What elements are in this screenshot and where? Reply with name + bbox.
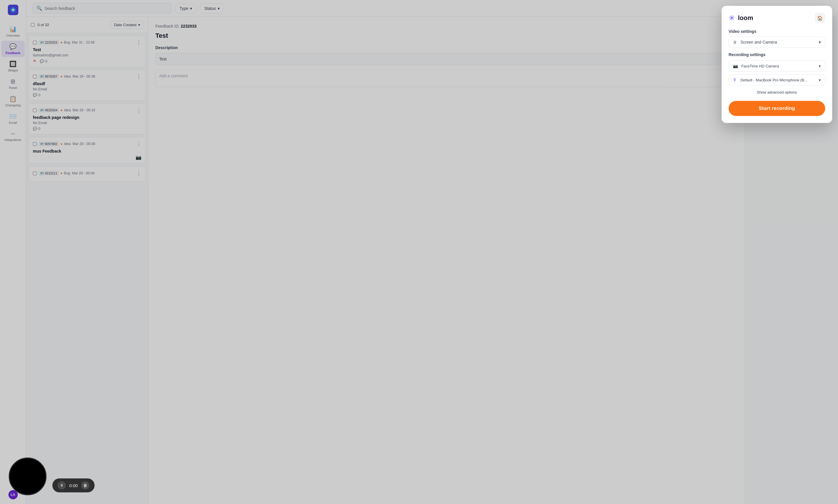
chevron-down-icon: ▾ bbox=[819, 40, 821, 44]
screen-camera-icon: 🖥 bbox=[733, 40, 737, 44]
loom-popup: ✳ loom 🏠 Video settings 🖥 Screen and Cam… bbox=[722, 6, 832, 123]
delete-recording-button[interactable]: 🗑 bbox=[81, 481, 89, 489]
trash-icon: 🗑 bbox=[83, 483, 87, 488]
screen-camera-label: Screen and Camera bbox=[740, 40, 777, 44]
microphone-option-label: Default - MacBook Pro Microphone (B... bbox=[740, 78, 807, 82]
advanced-options-link[interactable]: Show advanced options bbox=[729, 88, 825, 96]
loom-home-button[interactable]: 🏠 bbox=[815, 13, 825, 23]
video-settings-label: Video settings bbox=[729, 29, 825, 34]
camera-bubble bbox=[9, 457, 47, 495]
microphone-select[interactable]: 🎙 Default - MacBook Pro Microphone (B...… bbox=[729, 74, 825, 86]
loom-header: ✳ loom 🏠 bbox=[729, 13, 825, 23]
chevron-down-icon: ▾ bbox=[819, 78, 821, 82]
chevron-down-icon: ▾ bbox=[819, 64, 821, 68]
loom-logo-icon: ✳ bbox=[729, 14, 735, 23]
loom-logo-text: loom bbox=[738, 14, 753, 22]
loom-logo: ✳ loom bbox=[729, 14, 753, 23]
pause-button[interactable]: ⏸ bbox=[57, 481, 66, 489]
camera-option-label: FaceTime HD Camera bbox=[741, 64, 779, 68]
timer-display: 0:00 bbox=[69, 483, 78, 488]
home-icon: 🏠 bbox=[817, 15, 823, 21]
recording-timer: ⏸ 0:00 🗑 bbox=[52, 479, 95, 492]
pause-icon: ⏸ bbox=[60, 483, 64, 487]
modal-overlay bbox=[0, 0, 838, 504]
camera-option-icon: 📷 bbox=[733, 64, 738, 68]
start-recording-button[interactable]: Start recording bbox=[729, 101, 825, 116]
camera-select[interactable]: 📷 FaceTime HD Camera ▾ bbox=[729, 60, 825, 72]
screen-camera-select[interactable]: 🖥 Screen and Camera ▾ bbox=[729, 37, 825, 48]
microphone-icon: 🎙 bbox=[733, 78, 737, 82]
recording-settings-label: Recording settings bbox=[729, 52, 825, 57]
